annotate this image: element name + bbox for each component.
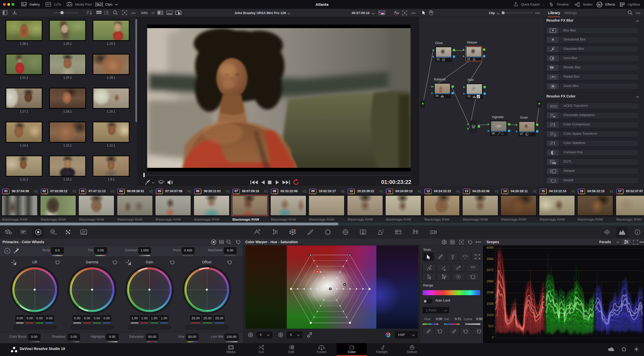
svg-text:DCTL: DCTL (553, 163, 557, 164)
svg-text:ACES: ACES (550, 105, 557, 108)
svg-text:fx: fx (443, 59, 445, 61)
svg-text:fx: fx (598, 3, 601, 7)
svg-text:fx: fx (526, 133, 528, 136)
svg-text:+: + (228, 241, 229, 243)
svg-text:A: A (6, 249, 9, 253)
svg-text:HDR: HDR (54, 233, 57, 235)
svg-text:FXY: FXY (381, 13, 384, 15)
svg-text:3D: 3D (431, 231, 434, 233)
